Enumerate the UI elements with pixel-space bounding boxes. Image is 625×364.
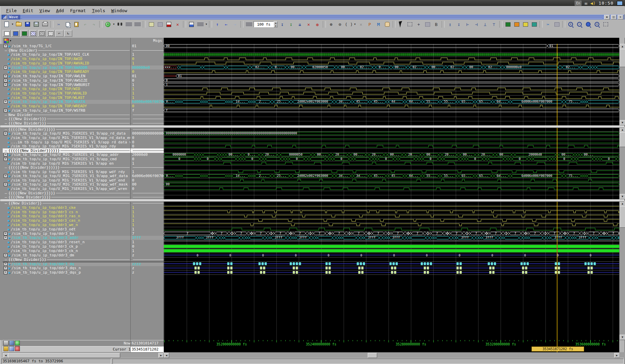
signal-value-cell[interactable]: 1	[131, 249, 164, 253]
expand-icon[interactable]: +	[4, 262, 7, 266]
menu-file[interactable]: File	[3, 7, 19, 14]
undo-button[interactable]: ↶	[81, 20, 89, 28]
signal-row[interactable]: ◆/sim_tb_top/u_ip_top/U_MIG_7SERIES_V1_9…	[3, 170, 130, 174]
redo-button[interactable]: ↷	[89, 20, 98, 28]
signal-value-cell[interactable]: 1	[131, 161, 164, 166]
signal-name[interactable]: /sim_tb_top/u_ip_top/IN_TOP/WLAST	[11, 95, 85, 100]
cursor-track[interactable]: 353451871202 fs	[164, 346, 619, 352]
continue-run-button[interactable]: ↧	[287, 20, 295, 28]
signal-name[interactable]: /sim_tb_top/u_ip_top/ddr3_cke	[11, 205, 76, 210]
signal-value-cell[interactable]: 1	[131, 95, 164, 100]
signal-value-cell[interactable]: 1	[131, 240, 164, 244]
divider-row[interactable]: —{New Divider}	[3, 48, 130, 53]
wave-canvas-pane3[interactable]: 7071707170717071707170717071707170717071…	[164, 201, 619, 340]
signal-name[interactable]: /sim_tb_top/u_ip_top/U_MIG_7SERIES_V1_9/…	[11, 187, 127, 191]
signal-row[interactable]: ◆/sim_tb_top/u_ip_top/IN_TOP/AXI_CLK	[3, 52, 130, 57]
signal-row[interactable]: ◆/sim_tb_top/u_ip_top/ddr3_ck_p	[3, 244, 130, 249]
profile-button[interactable]: P	[365, 20, 374, 28]
close-button[interactable]: ✕	[618, 15, 623, 20]
signal-row[interactable]: ◆/sim_tb_top/u_ip_top/U_MIG_7SERIES_V1_9…	[3, 136, 130, 140]
signal-value-cell[interactable]: 0	[131, 57, 164, 61]
run-button[interactable]: ↧	[278, 20, 287, 28]
signal-value-cell[interactable]: 1	[131, 214, 164, 218]
signal-name[interactable]: /sim_tb_top/u_ip_top/ddr3_we_n	[11, 223, 78, 227]
signal-value-cell[interactable]: 1	[131, 205, 164, 210]
signal-row[interactable]: +◆/sim_tb_top/u_ip_top/IN_TOP/AWLEN	[3, 74, 130, 78]
edge-style2-button[interactable]: ∟	[64, 30, 72, 37]
signal-name[interactable]: /sim_tb_top/u_ip_top/ddr3_cs_n	[11, 210, 78, 214]
signal-name[interactable]: /sim_tb_top/u_ip_top/IN_TOP/WID	[11, 87, 80, 91]
browse-button[interactable]	[187, 20, 196, 28]
signal-row[interactable]: ◆/sim_tb_top/u_ip_top/ddr3_ck_n	[3, 249, 130, 253]
signal-row[interactable]: ◆/sim_tb_top/u_ip_top/ddr3_cke	[3, 205, 130, 210]
image-icon[interactable]	[9, 340, 14, 345]
cut-button[interactable]: ✂	[54, 20, 63, 28]
signal-name[interactable]: /sim_tb_top/TG_1/C	[11, 44, 52, 48]
signal-row[interactable]: ◆...im_tb_top/u_ip_top/U_MIG_7SERIES_V1_…	[3, 140, 130, 144]
divider-row[interactable]: —{{{{{{New Divider}}}}}}	[3, 148, 130, 153]
signal-value-cell[interactable]: 1	[131, 52, 164, 57]
push-region-button[interactable]: ⊕	[327, 20, 336, 28]
zoom-range-button[interactable]	[601, 20, 610, 28]
scroll-down-button[interactable]: ▼	[620, 120, 625, 125]
expanded-time-button[interactable]	[552, 20, 561, 28]
signal-name[interactable]: /sim_tb_top/u_ip_top/U_MIG_7SERIES_V1_9/…	[11, 170, 125, 174]
menu-add[interactable]: Add	[53, 7, 67, 14]
signal-name[interactable]: /sim_tb_top/u_ip_top/IN_TOP/AWADDR	[11, 65, 87, 70]
signal-name[interactable]: /sim_tb_top/u_ip_top/U_MIG_7SERIES_V1_9/…	[11, 157, 116, 161]
scroll-right-button[interactable]: ▶	[158, 353, 164, 358]
signal-value-cell[interactable]: 1	[131, 83, 164, 87]
signal-name[interactable]: /sim_tb_top/u_ip_top/U_MIG_7SERIES_V1_9/…	[11, 178, 125, 183]
signal-value-cell[interactable]: 1	[131, 170, 164, 174]
divider-row[interactable]: —{{{{{New Divider}}}}}	[3, 191, 130, 195]
divider-row[interactable]: —{{{New Divider}}}	[3, 117, 130, 121]
signal-value-cell[interactable]: 20000d0	[131, 153, 164, 157]
expand-icon[interactable]: +	[4, 66, 7, 69]
signal-name[interactable]: /sim_tb_top/u_ip_top/ddr3_dqs_n	[11, 266, 81, 270]
grid-button[interactable]	[156, 20, 164, 28]
pane-splitter[interactable]	[1, 199, 624, 202]
signal-value-cell[interactable]: f	[131, 108, 164, 113]
wave-prefs-orange-button[interactable]	[512, 20, 521, 28]
signal-name[interactable]: /sim_tb_top/u_ip_top/ddr3_addr	[11, 236, 79, 240]
expand-icon[interactable]: +	[4, 74, 7, 78]
signal-name[interactable]: /sim_tb_top/u_ip_top/IN_TOP/AWVALID	[11, 61, 89, 65]
swatch-blue-button[interactable]	[11, 30, 20, 37]
wave-titlebar[interactable]: Wave ◈ ◱ ✕	[1, 15, 624, 20]
expand-icon[interactable]: +	[4, 271, 7, 274]
scroll-thumb[interactable]	[620, 132, 625, 147]
pop-region-button[interactable]: ⊖	[336, 20, 344, 28]
signal-value-cell[interactable]: z	[131, 266, 164, 270]
scroll-thumb[interactable]	[368, 353, 377, 358]
signal-name[interactable]: /sim_tb_top/u_ip_top/ddr3_dm	[11, 253, 74, 257]
signal-value-cell[interactable]: 0	[131, 157, 164, 161]
signal-value-cell[interactable]: 1	[131, 218, 164, 223]
edge-style1-button[interactable]: ⌐	[55, 30, 63, 37]
cut-time-button[interactable]: ✂	[544, 20, 552, 28]
run-length-input[interactable]	[254, 21, 274, 27]
keyboard-layout-indicator[interactable]: En	[575, 1, 581, 6]
run-all-button[interactable]: ⇊	[295, 20, 304, 28]
menu-format[interactable]: Format	[67, 7, 88, 14]
expand-icon[interactable]: +	[4, 79, 7, 82]
signal-row[interactable]: +◆/sim_tb_top/TG_1/C	[3, 44, 130, 48]
signal-value-cell[interactable]: 1	[131, 210, 164, 214]
expand-icon[interactable]: +	[4, 83, 7, 86]
signal-name[interactable]: /sim_tb_top/u_ip_top/ddr3_ras_n	[11, 214, 80, 218]
list-dropdown[interactable]: ▼	[205, 21, 208, 28]
signal-name[interactable]: /sim_tb_top/u_ip_top/U_MIG_7SERIES_V1_9/…	[11, 153, 119, 157]
signal-values-panel[interactable]: 01101000000e0001011116d006e006f0070000f	[130, 44, 164, 125]
signal-names-panel[interactable]: —{{New Divider}}◆/sim_tb_top/u_ip_top/dd…	[3, 201, 130, 340]
vertical-scrollbar-pane2[interactable]: ▲ ▼	[619, 127, 625, 199]
signal-name[interactable]: /sim_tb_top/u_ip_top/IN_TOP/AWBURST	[11, 83, 90, 87]
chevron-down-icon[interactable]: ▼	[10, 39, 11, 42]
signal-row[interactable]: +◆/sim_tb_top/u_ip_top/U_MIG_7SERIES_V1_…	[3, 132, 130, 136]
signal-value-cell[interactable]: 0	[131, 144, 164, 148]
expand-icon[interactable]: +	[4, 236, 7, 240]
signal-value-cell[interactable]: 6d006e006f007000	[131, 100, 164, 104]
wrench-icon[interactable]	[9, 346, 14, 351]
scroll-left-button[interactable]: ◀	[3, 353, 8, 358]
signal-value-cell[interactable]: 0	[131, 178, 164, 183]
divider-row[interactable]: —New Divider	[3, 113, 130, 117]
signal-name[interactable]: /sim_tb_top/u_ip_top/ddr3_dqs_p	[11, 270, 81, 275]
